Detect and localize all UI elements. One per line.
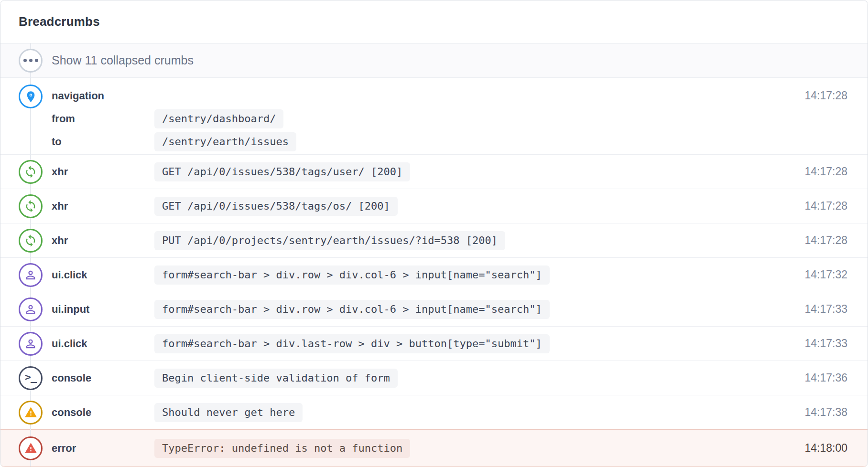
crumb-field-label: to xyxy=(52,136,154,148)
crumb-message: GET /api/0/issues/538/tags/os/ [200] xyxy=(154,197,398,216)
collapsed-crumbs-label: Show 11 collapsed crumbs xyxy=(52,53,194,67)
breadcrumb-row: ui.clickform#search-bar > div.row > div.… xyxy=(0,257,868,292)
breadcrumb-row: errorTypeError: undefined is not a funct… xyxy=(0,429,868,467)
crumb-body: consoleShould never get here xyxy=(52,403,795,422)
breadcrumb-row: consoleShould never get here 14:17:38 xyxy=(0,395,868,429)
crumb-message: Should never get here xyxy=(154,403,303,422)
breadcrumb-row: ui.clickform#search-bar > div.last-row >… xyxy=(0,326,868,361)
crumb-field-label: from xyxy=(52,113,154,125)
crumb-body: errorTypeError: undefined is not a funct… xyxy=(52,439,795,458)
breadcrumb-row: xhrGET /api/0/issues/538/tags/os/ [200] … xyxy=(0,189,868,223)
crumb-category: console xyxy=(52,372,154,384)
crumb-timestamp: 14:17:28 xyxy=(795,200,847,212)
crumb-message: /sentry/earth/issues xyxy=(154,132,296,151)
crumb-body: ui.clickform#search-bar > div.row > div.… xyxy=(52,265,795,285)
crumb-message: form#search-bar > div.row > div.col-6 > … xyxy=(154,300,550,319)
location-pin-icon xyxy=(19,85,43,108)
crumb-category: xhr xyxy=(52,166,154,178)
crumb-body: xhrPUT /api/0/projects/sentry/earth/issu… xyxy=(52,231,795,250)
error-icon xyxy=(19,436,43,460)
sync-icon xyxy=(19,160,43,184)
crumb-message: TypeError: undefined is not a function xyxy=(154,439,410,458)
crumb-timestamp: 14:17:28 xyxy=(795,165,847,178)
crumb-category: xhr xyxy=(52,200,154,212)
crumb-timestamp: 14:17:33 xyxy=(795,303,847,316)
crumb-timestamp: 14:17:32 xyxy=(795,268,847,281)
crumb-body: consoleBegin client-side validation of f… xyxy=(52,369,795,388)
crumb-message: PUT /api/0/projects/sentry/earth/issues/… xyxy=(154,231,505,250)
breadcrumb-row: >_ consoleBegin client-side validation o… xyxy=(0,361,868,395)
crumb-message: form#search-bar > div.row > div.col-6 > … xyxy=(154,265,550,285)
panel-header: Breadcrumbs xyxy=(0,0,868,43)
crumb-category: xhr xyxy=(52,234,154,247)
crumb-body: xhrGET /api/0/issues/538/tags/os/ [200] xyxy=(52,197,795,216)
crumb-category: ui.click xyxy=(52,338,154,350)
crumb-message: form#search-bar > div.last-row > div > b… xyxy=(154,334,550,353)
crumb-body: navigationfrom/sentry/dashboard/to/sentr… xyxy=(52,85,795,153)
terminal-icon: >_ xyxy=(19,366,43,390)
ellipsis-icon xyxy=(19,49,43,73)
crumb-category: ui.click xyxy=(52,269,154,281)
breadcrumb-row: navigationfrom/sentry/dashboard/to/sentr… xyxy=(0,77,868,154)
breadcrumb-row: xhrGET /api/0/issues/538/tags/user/ [200… xyxy=(0,154,868,189)
sync-icon xyxy=(19,229,43,253)
crumb-category: navigation xyxy=(52,90,154,102)
crumb-body: ui.inputform#search-bar > div.row > div.… xyxy=(52,300,795,319)
crumb-timestamp: 14:17:36 xyxy=(795,371,847,384)
breadcrumb-row: xhrPUT /api/0/projects/sentry/earth/issu… xyxy=(0,223,868,257)
sync-icon xyxy=(19,194,43,218)
show-collapsed-crumbs-button[interactable]: Show 11 collapsed crumbs xyxy=(0,43,868,77)
warning-icon xyxy=(19,401,43,425)
crumb-body: ui.clickform#search-bar > div.last-row >… xyxy=(52,334,795,353)
crumb-category: ui.input xyxy=(52,303,154,316)
breadcrumb-row: ui.inputform#search-bar > div.row > div.… xyxy=(0,292,868,326)
panel-title: Breadcrumbs xyxy=(19,14,100,29)
crumb-timestamp: 14:17:38 xyxy=(795,406,847,419)
crumb-timestamp: 14:18:00 xyxy=(795,442,847,455)
crumb-message: Begin client-side validation of form xyxy=(154,369,398,388)
crumb-message: GET /api/0/issues/538/tags/user/ [200] xyxy=(154,162,410,181)
crumb-timestamp: 14:17:28 xyxy=(795,89,847,102)
crumb-message: /sentry/dashboard/ xyxy=(154,109,283,128)
crumb-timestamp: 14:17:33 xyxy=(795,337,847,350)
breadcrumbs-panel: Breadcrumbs Show 11 collapsed crumbs nav… xyxy=(0,0,868,467)
crumb-timestamp: 14:17:28 xyxy=(795,234,847,247)
breadcrumb-list: Show 11 collapsed crumbs navigationfrom/… xyxy=(0,43,868,467)
user-icon xyxy=(19,332,43,356)
crumb-category: error xyxy=(52,442,154,455)
user-icon xyxy=(19,263,43,287)
crumb-body: xhrGET /api/0/issues/538/tags/user/ [200… xyxy=(52,162,795,181)
user-icon xyxy=(19,297,43,321)
crumb-category: console xyxy=(52,406,154,419)
